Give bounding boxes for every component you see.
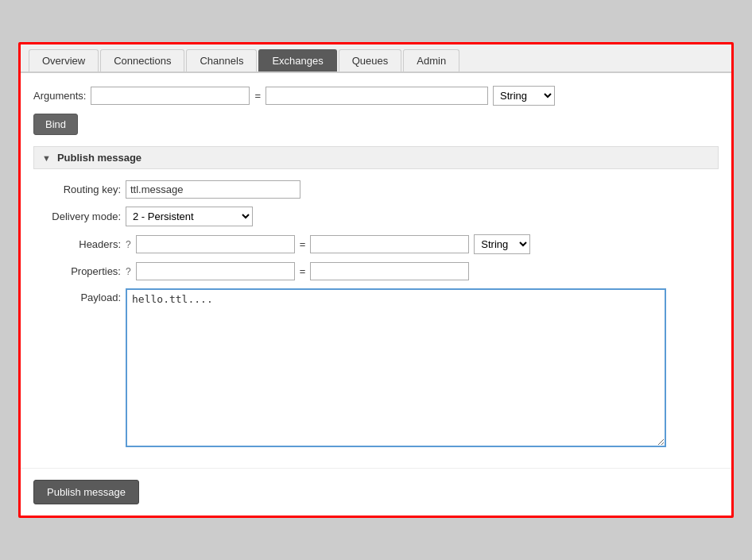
headers-type-select[interactable]: String Integer (474, 234, 530, 254)
headers-key-input[interactable] (136, 235, 295, 253)
arguments-row: Arguments: = String Integer Boolean (33, 86, 719, 106)
payload-textarea[interactable] (126, 288, 666, 447)
headers-help-icon[interactable]: ? (126, 239, 131, 250)
properties-row: Properties: ? = (33, 262, 719, 280)
arguments-equals: = (254, 90, 261, 102)
delivery-mode-row: Delivery mode: 1 - Non-persistent 2 - Pe… (33, 207, 719, 226)
tab-exchanges[interactable]: Exchanges (258, 49, 336, 71)
delivery-mode-label: Delivery mode: (33, 210, 121, 222)
properties-label: Properties: (33, 265, 121, 277)
properties-help-icon[interactable]: ? (126, 266, 131, 277)
publish-section-header[interactable]: ▼ Publish message (33, 146, 719, 169)
tab-channels[interactable]: Channels (186, 49, 257, 71)
payload-row: Payload: (33, 288, 719, 447)
main-window: Overview Connections Channels Exchanges … (18, 42, 734, 518)
payload-label: Payload: (33, 288, 121, 303)
arguments-label: Arguments: (33, 90, 86, 102)
routing-key-row: Routing key: (33, 180, 719, 199)
headers-value-input[interactable] (310, 235, 469, 253)
tab-overview[interactable]: Overview (29, 49, 99, 71)
tab-connections[interactable]: Connections (100, 49, 184, 71)
collapse-arrow-icon: ▼ (42, 153, 51, 163)
arguments-type-select[interactable]: String Integer Boolean (493, 86, 555, 106)
content-area: Arguments: = String Integer Boolean Bind… (21, 73, 731, 468)
publish-message-button[interactable]: Publish message (33, 480, 139, 504)
routing-key-input[interactable] (126, 180, 300, 199)
properties-value-input[interactable] (310, 262, 469, 280)
bottom-area: Publish message (21, 468, 731, 516)
arguments-value-input[interactable] (266, 87, 488, 105)
properties-key-input[interactable] (136, 262, 295, 280)
headers-label: Headers: (33, 238, 121, 250)
tab-admin[interactable]: Admin (403, 49, 459, 71)
headers-row: Headers: ? = String Integer (33, 234, 719, 254)
headers-equals: = (300, 238, 306, 250)
delivery-mode-select[interactable]: 1 - Non-persistent 2 - Persistent (126, 207, 253, 226)
properties-equals: = (300, 265, 306, 277)
bind-button[interactable]: Bind (33, 114, 78, 135)
publish-section-title: Publish message (57, 152, 141, 164)
tab-queues[interactable]: Queues (339, 49, 402, 71)
routing-key-label: Routing key: (33, 183, 121, 195)
arguments-key-input[interactable] (91, 87, 250, 105)
tab-bar: Overview Connections Channels Exchanges … (21, 44, 731, 73)
